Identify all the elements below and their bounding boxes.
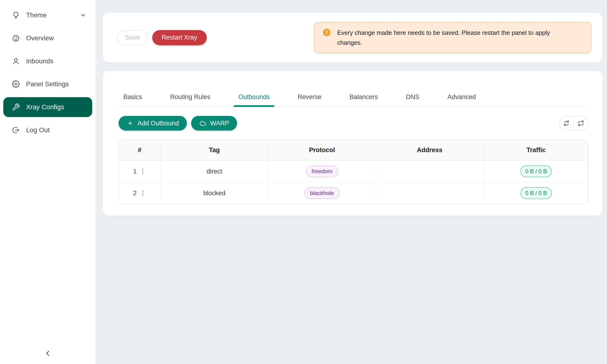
- traffic-badge: 0 B / 0 B: [520, 187, 552, 199]
- actions-left: Add Outbound WARP: [119, 116, 237, 130]
- tab-reverse[interactable]: Reverse: [293, 88, 326, 106]
- sidebar-item-log-out[interactable]: Log Out: [3, 120, 92, 140]
- cell-tag: blocked: [161, 182, 268, 204]
- warning-alert-text: Every change made here needs to be saved…: [337, 28, 569, 48]
- actions-row: Add Outbound WARP: [119, 116, 588, 130]
- sidebar-item-xray-configs[interactable]: Xray Configs: [3, 97, 92, 117]
- toolbar-card: Save Restart Xray ! Every change made he…: [103, 13, 602, 62]
- sidebar-item-overview[interactable]: Overview: [3, 28, 92, 48]
- add-outbound-label: Add Outbound: [138, 120, 179, 127]
- sidebar-item-panel-settings[interactable]: Panel Settings: [3, 74, 92, 94]
- sidebar-item-label: Xray Configs: [26, 103, 64, 111]
- save-button[interactable]: Save: [117, 30, 148, 45]
- wrench-icon: [12, 103, 20, 111]
- tab-advanced[interactable]: Advanced: [443, 88, 481, 106]
- user-icon: [12, 57, 20, 65]
- cell-address: [376, 182, 484, 204]
- chevron-down-icon: [79, 12, 87, 19]
- dashboard-icon: [12, 34, 20, 42]
- sidebar-item-inbounds[interactable]: Inbounds: [3, 51, 92, 71]
- col-header-traffic: Traffic: [484, 140, 588, 161]
- sync-icon: [563, 120, 570, 127]
- tab-outbounds[interactable]: Outbounds: [234, 88, 274, 106]
- tab-routing-rules[interactable]: Routing Rules: [166, 88, 215, 106]
- cell-address: [376, 161, 484, 182]
- sidebar: Theme Overview: [0, 0, 95, 364]
- protocol-badge: blackhole: [304, 187, 340, 199]
- bulb-icon: [12, 11, 20, 19]
- sidebar-item-label: Inbounds: [26, 57, 53, 65]
- restart-xray-button[interactable]: Restart Xray: [152, 30, 207, 45]
- sidebar-item-label: Panel Settings: [26, 80, 69, 88]
- add-outbound-button[interactable]: Add Outbound: [119, 116, 187, 130]
- traffic-badge: 0 B / 0 B: [520, 165, 552, 177]
- warp-button[interactable]: WARP: [191, 116, 237, 130]
- table-row: 2 blocked blackhole: [119, 182, 588, 204]
- xray-configs-card: Basics Routing Rules Outbounds Reverse B…: [103, 71, 602, 216]
- sidebar-collapse-button[interactable]: [41, 347, 54, 360]
- sidebar-item-label: Overview: [26, 34, 54, 42]
- row-number: 1: [133, 168, 137, 175]
- toolbar-buttons: Save Restart Xray: [117, 30, 207, 45]
- main-content: Save Restart Xray ! Every change made he…: [95, 0, 607, 364]
- cell-traffic: 0 B / 0 B: [484, 182, 588, 204]
- tabs-bar: Basics Routing Rules Outbounds Reverse B…: [119, 71, 588, 107]
- tab-dns[interactable]: DNS: [401, 88, 424, 106]
- table-header-row: # Tag Protocol Address Traffic: [119, 140, 588, 161]
- cell-index: 1: [119, 161, 161, 182]
- cell-tag: direct: [161, 161, 268, 182]
- kebab-menu-icon[interactable]: [139, 190, 146, 197]
- toggle-view-button[interactable]: [574, 117, 588, 130]
- sidebar-item-label: Theme: [26, 11, 47, 19]
- col-header-protocol: Protocol: [268, 140, 376, 161]
- gear-icon: [12, 80, 20, 88]
- logout-icon: [12, 126, 20, 134]
- tab-basics[interactable]: Basics: [119, 88, 147, 106]
- warp-label: WARP: [210, 120, 229, 127]
- cell-protocol: blackhole: [268, 182, 376, 204]
- refresh-button[interactable]: [559, 117, 574, 130]
- chevron-left-icon: [43, 349, 53, 359]
- col-header-address: Address: [376, 140, 484, 161]
- plus-icon: [127, 120, 134, 127]
- outbounds-table: # Tag Protocol Address Traffic 1: [119, 140, 588, 204]
- sidebar-item-label: Log Out: [26, 126, 50, 134]
- table-row: 1 direct freedom: [119, 161, 588, 182]
- col-header-tag: Tag: [161, 140, 268, 161]
- sidebar-item-theme[interactable]: Theme: [3, 5, 92, 25]
- repeat-icon: [577, 120, 584, 127]
- row-number: 2: [133, 190, 137, 197]
- app-root: Theme Overview: [0, 0, 607, 364]
- col-header-index: #: [119, 140, 161, 161]
- sidebar-nav: Theme Overview: [0, 0, 95, 140]
- kebab-menu-icon[interactable]: [139, 168, 146, 175]
- cell-protocol: freedom: [268, 161, 376, 182]
- protocol-badge: freedom: [306, 165, 338, 177]
- warning-icon: !: [323, 29, 330, 36]
- cell-index: 2: [119, 182, 161, 204]
- tab-balancers[interactable]: Balancers: [345, 88, 383, 106]
- cell-traffic: 0 B / 0 B: [484, 161, 588, 182]
- cloud-icon: [199, 120, 206, 127]
- table-tools-group: [559, 116, 588, 130]
- warning-alert: ! Every change made here needs to be sav…: [314, 22, 591, 53]
